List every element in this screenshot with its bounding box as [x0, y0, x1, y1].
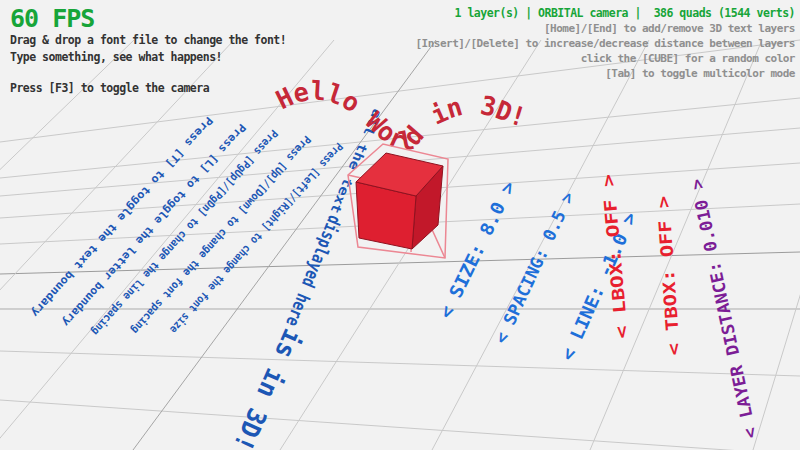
- instruction-camera-toggle: Press [F3] to toggle the camera: [10, 80, 286, 97]
- indicator-line: < LINE: -1.0 >: [556, 209, 640, 364]
- hint-cube-color: click the [CUBE] for a random color: [415, 51, 795, 66]
- help-text-lbox: Press [L] to toggle the letter boundary: [59, 121, 248, 329]
- instruction-drag-drop: Drag & drop a font file to change the fo…: [10, 32, 286, 49]
- status-line: 1 layer(s) | ORBITAL camera | 386 quads …: [415, 6, 795, 21]
- hint-layer-distance: [Insert]/[Delete] to increase/decrease d…: [415, 36, 795, 51]
- fps-counter: 60 FPS: [10, 6, 286, 32]
- help-text-font-spacing: Press [Up]/[Down] to change the font spa…: [128, 133, 313, 336]
- indicator-tbox: < TBOX: OFF >: [653, 195, 684, 356]
- floor-indicators: < SIZE: 8.0 > < SPACING: 0.5 > < LINE: -…: [435, 173, 761, 440]
- hint-layers: [Home]/[End] to add/remove 3D text layer…: [415, 21, 795, 36]
- hud-right: 1 layer(s) | ORBITAL camera | 386 quads …: [415, 6, 795, 81]
- cube[interactable]: [348, 144, 448, 258]
- hud-left: 60 FPS Drag & drop a font file to change…: [10, 6, 286, 97]
- instruction-type: Type something, see what happens!: [10, 49, 286, 66]
- hint-multicolor: [Tab] to toggle multicolor mode: [415, 66, 795, 81]
- help-text-tbox: Press [T] to toggle the text boundary: [28, 114, 215, 320]
- floor-title-near: is in 3D!: [228, 325, 308, 450]
- floor-title-mid: displayed here: [282, 213, 346, 330]
